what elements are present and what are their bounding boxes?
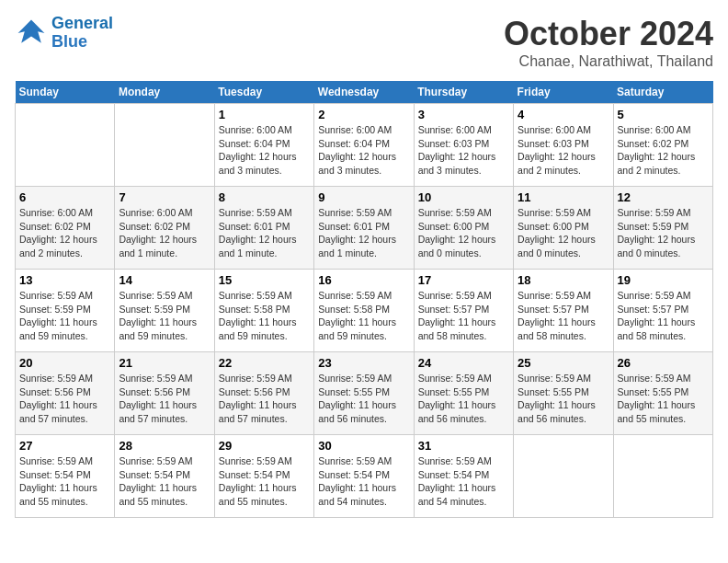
col-header-thursday: Thursday [414,81,513,104]
day-cell: 12Sunrise: 5:59 AM Sunset: 5:59 PM Dayli… [613,187,712,270]
day-cell: 26Sunrise: 5:59 AM Sunset: 5:55 PM Dayli… [613,352,712,435]
day-info: Sunrise: 5:59 AM Sunset: 5:54 PM Dayligh… [318,454,409,509]
day-cell: 13Sunrise: 5:59 AM Sunset: 5:59 PM Dayli… [16,270,115,352]
day-cell: 16Sunrise: 5:59 AM Sunset: 5:58 PM Dayli… [314,270,414,352]
day-info: Sunrise: 5:59 AM Sunset: 5:55 PM Dayligh… [518,372,609,426]
week-row-3: 13Sunrise: 5:59 AM Sunset: 5:59 PM Dayli… [16,270,713,352]
day-info: Sunrise: 5:59 AM Sunset: 6:00 PM Dayligh… [418,206,509,260]
col-header-monday: Monday [115,81,214,104]
day-cell: 18Sunrise: 5:59 AM Sunset: 5:57 PM Dayli… [514,270,613,352]
logo: General Blue [15,15,113,52]
week-row-4: 20Sunrise: 5:59 AM Sunset: 5:56 PM Dayli… [16,352,713,435]
day-number: 7 [119,190,210,204]
week-row-1: 1Sunrise: 6:00 AM Sunset: 6:04 PM Daylig… [16,104,713,187]
page-header: General Blue October 2024 Chanae, Narath… [15,15,713,70]
day-number: 31 [418,439,509,453]
logo-line2: Blue [51,32,87,51]
day-number: 29 [219,439,310,453]
day-info: Sunrise: 5:59 AM Sunset: 5:54 PM Dayligh… [418,454,509,509]
day-info: Sunrise: 6:00 AM Sunset: 6:03 PM Dayligh… [518,123,609,178]
svg-marker-0 [18,19,45,42]
day-info: Sunrise: 5:59 AM Sunset: 5:54 PM Dayligh… [219,454,310,509]
col-header-tuesday: Tuesday [214,81,313,104]
day-number: 17 [418,273,509,287]
day-info: Sunrise: 5:59 AM Sunset: 5:55 PM Dayligh… [418,372,509,426]
day-number: 6 [19,190,110,204]
day-cell [115,104,214,187]
title-block: October 2024 Chanae, Narathiwat, Thailan… [504,15,713,70]
col-header-friday: Friday [514,81,613,104]
day-number: 20 [19,356,110,370]
day-info: Sunrise: 5:59 AM Sunset: 6:00 PM Dayligh… [518,206,609,260]
day-number: 24 [418,356,509,370]
day-number: 1 [219,108,310,121]
day-cell: 21Sunrise: 5:59 AM Sunset: 5:56 PM Dayli… [115,352,214,435]
day-info: Sunrise: 6:00 AM Sunset: 6:03 PM Dayligh… [418,123,509,178]
day-cell: 11Sunrise: 5:59 AM Sunset: 6:00 PM Dayli… [514,187,613,270]
day-number: 15 [219,273,310,287]
calendar-subtitle: Chanae, Narathiwat, Thailand [504,53,713,70]
calendar-header-row: SundayMondayTuesdayWednesdayThursdayFrid… [16,81,713,104]
day-info: Sunrise: 5:59 AM Sunset: 5:57 PM Dayligh… [418,289,509,343]
day-cell: 2Sunrise: 6:00 AM Sunset: 6:04 PM Daylig… [314,104,414,187]
day-cell: 4Sunrise: 6:00 AM Sunset: 6:03 PM Daylig… [514,104,613,187]
day-info: Sunrise: 5:59 AM Sunset: 5:56 PM Dayligh… [119,372,210,426]
day-number: 22 [219,356,310,370]
day-cell: 3Sunrise: 6:00 AM Sunset: 6:03 PM Daylig… [414,104,513,187]
day-number: 18 [518,273,609,287]
day-info: Sunrise: 5:59 AM Sunset: 5:55 PM Dayligh… [618,372,709,426]
day-number: 14 [119,273,210,287]
day-info: Sunrise: 5:59 AM Sunset: 5:58 PM Dayligh… [318,289,409,343]
day-number: 4 [518,108,609,121]
day-number: 25 [518,356,609,370]
day-number: 26 [618,356,709,370]
day-info: Sunrise: 5:59 AM Sunset: 5:57 PM Dayligh… [518,289,609,343]
day-number: 11 [518,190,609,204]
day-cell: 24Sunrise: 5:59 AM Sunset: 5:55 PM Dayli… [414,352,513,435]
day-cell: 6Sunrise: 6:00 AM Sunset: 6:02 PM Daylig… [16,187,115,270]
day-cell: 25Sunrise: 5:59 AM Sunset: 5:55 PM Dayli… [514,352,613,435]
day-number: 5 [618,108,709,121]
col-header-sunday: Sunday [16,81,115,104]
day-info: Sunrise: 6:00 AM Sunset: 6:02 PM Dayligh… [618,123,709,178]
week-row-5: 27Sunrise: 5:59 AM Sunset: 5:54 PM Dayli… [16,435,713,518]
day-info: Sunrise: 5:59 AM Sunset: 5:54 PM Dayligh… [19,454,110,509]
day-cell [16,104,115,187]
day-cell: 9Sunrise: 5:59 AM Sunset: 6:01 PM Daylig… [314,187,414,270]
day-cell: 15Sunrise: 5:59 AM Sunset: 5:58 PM Dayli… [214,270,313,352]
day-info: Sunrise: 6:00 AM Sunset: 6:04 PM Dayligh… [318,123,409,178]
day-number: 13 [19,273,110,287]
day-cell: 5Sunrise: 6:00 AM Sunset: 6:02 PM Daylig… [613,104,712,187]
day-info: Sunrise: 5:59 AM Sunset: 6:01 PM Dayligh… [318,206,409,260]
day-cell: 22Sunrise: 5:59 AM Sunset: 5:56 PM Dayli… [214,352,313,435]
day-cell: 20Sunrise: 5:59 AM Sunset: 5:56 PM Dayli… [16,352,115,435]
day-info: Sunrise: 5:59 AM Sunset: 5:56 PM Dayligh… [19,372,110,426]
day-cell: 23Sunrise: 5:59 AM Sunset: 5:55 PM Dayli… [314,352,414,435]
day-cell: 10Sunrise: 5:59 AM Sunset: 6:00 PM Dayli… [414,187,513,270]
day-number: 19 [618,273,709,287]
day-info: Sunrise: 5:59 AM Sunset: 5:59 PM Dayligh… [618,206,709,260]
day-info: Sunrise: 5:59 AM Sunset: 5:59 PM Dayligh… [19,289,110,343]
day-number: 12 [618,190,709,204]
day-info: Sunrise: 6:00 AM Sunset: 6:04 PM Dayligh… [219,123,310,178]
day-info: Sunrise: 5:59 AM Sunset: 6:01 PM Dayligh… [219,206,310,260]
day-number: 21 [119,356,210,370]
day-number: 9 [318,190,409,204]
day-number: 8 [219,190,310,204]
day-cell [514,435,613,518]
day-cell: 19Sunrise: 5:59 AM Sunset: 5:57 PM Dayli… [613,270,712,352]
day-cell: 27Sunrise: 5:59 AM Sunset: 5:54 PM Dayli… [16,435,115,518]
day-cell: 8Sunrise: 5:59 AM Sunset: 6:01 PM Daylig… [214,187,313,270]
day-number: 30 [318,439,409,453]
col-header-wednesday: Wednesday [314,81,414,104]
day-info: Sunrise: 5:59 AM Sunset: 5:55 PM Dayligh… [318,372,409,426]
day-info: Sunrise: 5:59 AM Sunset: 5:58 PM Dayligh… [219,289,310,343]
day-cell: 14Sunrise: 5:59 AM Sunset: 5:59 PM Dayli… [115,270,214,352]
day-number: 16 [318,273,409,287]
logo-line1: General [51,14,113,32]
calendar-table: SundayMondayTuesdayWednesdayThursdayFrid… [15,81,713,518]
day-cell: 29Sunrise: 5:59 AM Sunset: 5:54 PM Dayli… [214,435,313,518]
day-number: 3 [418,108,509,121]
day-number: 2 [318,108,409,121]
day-cell [613,435,712,518]
